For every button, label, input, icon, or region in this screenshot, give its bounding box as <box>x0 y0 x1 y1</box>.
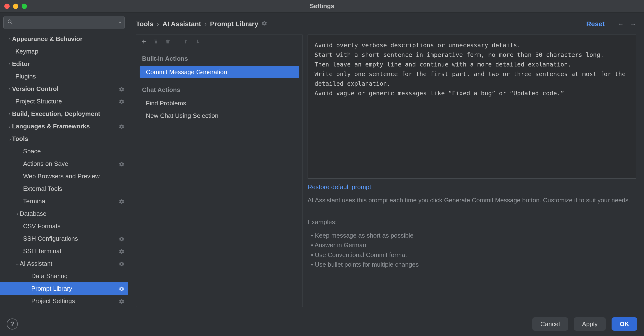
sidebar-item-ssh-configurations[interactable]: SSH Configurations <box>0 232 128 245</box>
sidebar-item-project-settings[interactable]: Project Settings <box>0 295 128 307</box>
breadcrumb-separator: › <box>204 20 207 28</box>
window-title: Settings <box>0 2 644 10</box>
project-settings-icon <box>119 236 124 241</box>
sidebar-item-data-sharing[interactable]: Data Sharing <box>0 270 128 282</box>
project-settings-icon <box>119 99 124 104</box>
breadcrumb-prompt-library[interactable]: Prompt Library <box>210 20 258 28</box>
sidebar-item-keymap[interactable]: Keymap <box>0 45 128 58</box>
sidebar-item-csv-formats[interactable]: CSV Formats <box>0 220 128 232</box>
chevron-right-icon: › <box>7 111 12 117</box>
project-settings-icon <box>119 261 124 266</box>
sidebar-item-appearance-behavior[interactable]: › Appearance & Behavior <box>0 33 128 45</box>
sidebar-item-terminal[interactable]: Terminal <box>0 195 128 207</box>
content-header: Tools › AI Assistant › Prompt Library Re… <box>136 17 636 31</box>
project-settings-icon <box>262 21 267 27</box>
prompt-new-chat-using-selection[interactable]: New Chat Using Selection <box>136 109 302 122</box>
prompt-description: AI Assistant uses this prompt each time … <box>308 196 636 205</box>
example-item: Keep message as short as possible <box>311 231 636 240</box>
restore-default-prompt-link[interactable]: Restore default prompt <box>308 183 636 191</box>
sidebar-item-languages-frameworks[interactable]: › Languages & Frameworks <box>0 120 128 133</box>
chevron-right-icon: › <box>7 86 12 92</box>
prompt-commit-message-generation[interactable]: Commit Message Generation <box>140 66 299 78</box>
svg-point-0 <box>8 20 11 23</box>
prompt-list-toolbar <box>136 35 302 48</box>
delete-icon[interactable] <box>164 38 171 45</box>
nav-forward-icon[interactable]: → <box>630 20 636 28</box>
project-settings-icon <box>119 248 124 254</box>
search-history-dropdown-icon[interactable]: ▾ <box>119 20 121 25</box>
sidebar-item-external-tools[interactable]: External Tools <box>0 182 128 195</box>
prompt-text-editor[interactable]: Avoid overly verbose descriptions or unn… <box>308 34 636 178</box>
add-icon[interactable] <box>140 38 147 45</box>
example-item: Answer in German <box>311 240 636 250</box>
project-settings-icon <box>119 86 124 91</box>
settings-search[interactable]: ▾ <box>3 16 125 29</box>
project-settings-icon <box>119 198 124 204</box>
sidebar-item-editor[interactable]: › Editor <box>0 58 128 70</box>
window-controls <box>4 3 27 9</box>
ok-button[interactable]: OK <box>612 317 637 331</box>
apply-button[interactable]: Apply <box>574 317 606 331</box>
examples-list: Keep message as short as possible Answer… <box>308 231 636 269</box>
example-item: Use bullet points for multiple changes <box>311 260 636 269</box>
sidebar-item-version-control[interactable]: › Version Control <box>0 83 128 95</box>
minimize-window-icon[interactable] <box>13 3 18 9</box>
search-icon <box>7 19 13 26</box>
move-up-icon[interactable] <box>183 38 189 45</box>
copy-icon[interactable] <box>152 38 159 45</box>
move-down-icon[interactable] <box>195 38 201 45</box>
settings-sidebar: ▾ › Appearance & Behavior Keymap › Edito… <box>0 12 128 312</box>
sidebar-item-project-structure[interactable]: Project Structure <box>0 95 128 108</box>
chevron-right-icon: › <box>7 124 12 129</box>
sidebar-item-ai-assistant[interactable]: ⌄ AI Assistant <box>0 257 128 270</box>
chevron-right-icon: › <box>15 211 20 216</box>
help-button[interactable]: ? <box>7 319 18 330</box>
sidebar-item-tools[interactable]: ⌄ Tools <box>0 133 128 145</box>
settings-tree: › Appearance & Behavior Keymap › Editor … <box>0 33 128 312</box>
history-nav: ← → <box>618 20 636 28</box>
sidebar-item-web-browsers[interactable]: Web Browsers and Preview <box>0 170 128 182</box>
breadcrumb-tools[interactable]: Tools <box>136 20 154 28</box>
project-settings-icon <box>119 286 124 291</box>
close-window-icon[interactable] <box>4 3 10 9</box>
dialog-footer: ? Cancel Apply OK <box>0 312 644 336</box>
prompt-list-panel: Built-In Actions Commit Message Generati… <box>136 34 303 307</box>
group-chat-actions: Chat Actions <box>136 84 302 97</box>
nav-back-icon[interactable]: ← <box>618 20 624 28</box>
list-separator <box>136 81 302 81</box>
chevron-right-icon: › <box>7 61 12 67</box>
prompt-list: Built-In Actions Commit Message Generati… <box>136 48 302 307</box>
breadcrumb: Tools › AI Assistant › Prompt Library <box>136 20 258 28</box>
toolbar-separator <box>176 38 177 45</box>
content-area: Tools › AI Assistant › Prompt Library Re… <box>128 12 644 312</box>
chevron-right-icon: › <box>7 36 12 42</box>
sidebar-item-prompt-library[interactable]: Prompt Library <box>0 282 128 295</box>
breadcrumb-ai-assistant[interactable]: AI Assistant <box>162 20 201 28</box>
search-input[interactable] <box>15 19 117 26</box>
sidebar-item-space[interactable]: Space <box>0 145 128 158</box>
project-settings-icon <box>119 161 124 166</box>
sidebar-item-ssh-terminal[interactable]: SSH Terminal <box>0 245 128 257</box>
project-settings-icon <box>119 298 124 304</box>
cancel-button[interactable]: Cancel <box>532 317 568 331</box>
sidebar-item-build-execution-deployment[interactable]: › Build, Execution, Deployment <box>0 108 128 120</box>
group-built-in-actions: Built-In Actions <box>136 53 302 66</box>
project-settings-icon <box>119 124 124 129</box>
titlebar: Settings <box>0 0 644 12</box>
sidebar-item-plugins[interactable]: Plugins <box>0 70 128 83</box>
examples-heading: Examples: <box>308 218 636 226</box>
example-item: Use Conventional Commit format <box>311 250 636 260</box>
zoom-window-icon[interactable] <box>22 3 27 9</box>
chevron-down-icon: ⌄ <box>15 261 20 266</box>
prompt-find-problems[interactable]: Find Problems <box>136 97 302 109</box>
sidebar-item-actions-on-save[interactable]: Actions on Save <box>0 158 128 170</box>
svg-line-1 <box>11 22 12 24</box>
sidebar-item-database[interactable]: › Database <box>0 207 128 220</box>
prompt-editor-panel: Avoid overly verbose descriptions or unn… <box>308 34 636 307</box>
breadcrumb-separator: › <box>157 20 159 28</box>
reset-link[interactable]: Reset <box>586 20 604 28</box>
chevron-down-icon: ⌄ <box>7 136 12 142</box>
